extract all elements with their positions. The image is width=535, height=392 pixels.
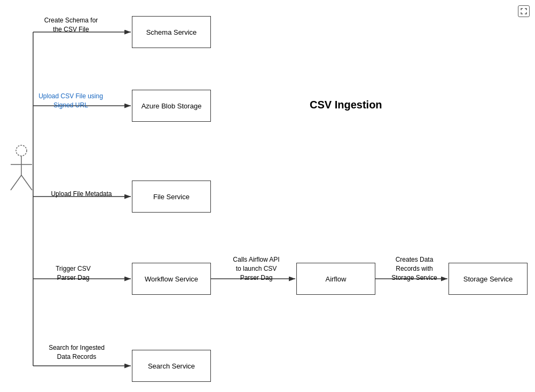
diagram-container: CSV Ingestion	[0, 0, 535, 392]
creates-data-label: Creates DataRecords withStorage Service	[380, 255, 449, 282]
upload-csv-label: Upload CSV File usingSigned URL	[29, 92, 112, 110]
workflow-service-box: Workflow Service	[132, 263, 211, 295]
create-schema-label: Create Schema forthe CSV File	[34, 16, 108, 34]
user-actor	[5, 143, 37, 197]
workflow-service-label: Workflow Service	[145, 275, 198, 283]
svg-line-3	[11, 175, 21, 190]
diagram-title: CSV Ingestion	[310, 99, 382, 111]
svg-point-0	[16, 145, 27, 156]
search-service-box: Search Service	[132, 350, 211, 382]
file-service-box: File Service	[132, 181, 211, 213]
azure-blob-label: Azure Blob Storage	[141, 102, 202, 110]
search-ingested-label: Search for IngestedData Records	[35, 343, 118, 362]
storage-service-label: Storage Service	[463, 275, 513, 283]
airflow-label: Airflow	[325, 275, 346, 283]
storage-service-box: Storage Service	[449, 263, 528, 295]
azure-blob-box: Azure Blob Storage	[132, 90, 211, 122]
trigger-csv-label: Trigger CSVParser Dag	[38, 264, 108, 283]
file-service-label: File Service	[153, 193, 190, 201]
svg-line-4	[21, 175, 32, 190]
airflow-box: Airflow	[296, 263, 375, 295]
calls-airflow-label: Calls Airflow APIto launch CSVParser Dag	[217, 255, 296, 282]
schema-service-label: Schema Service	[146, 28, 197, 36]
schema-service-box: Schema Service	[132, 16, 211, 48]
search-service-label: Search Service	[148, 362, 195, 370]
upload-metadata-label: Upload File Metadata	[40, 190, 123, 199]
expand-icon[interactable]	[518, 5, 530, 17]
